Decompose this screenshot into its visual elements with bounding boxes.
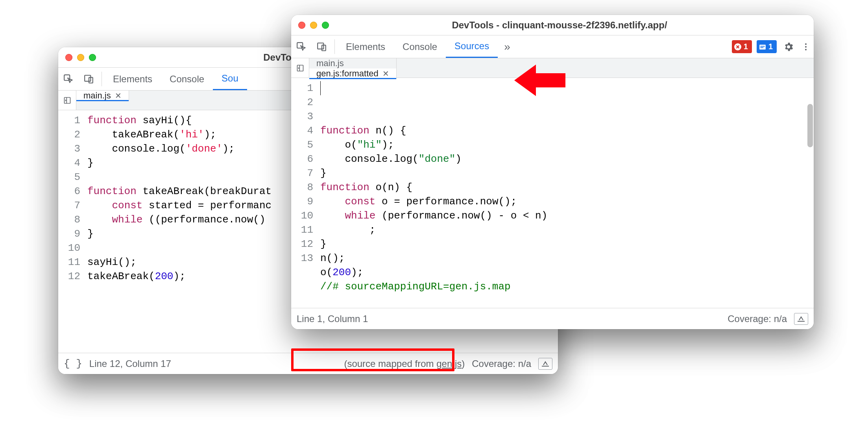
line-number[interactable]: 4	[58, 156, 80, 170]
source-mapped-label: (source mapped from gen.js)	[344, 358, 465, 369]
file-tab-label: main.js	[83, 91, 111, 101]
device-toggle-icon[interactable]	[312, 35, 332, 58]
inspect-icon[interactable]	[291, 35, 312, 58]
code-line[interactable]: console.log("done")	[320, 152, 814, 166]
devtools-window-right: DevTools - clinquant-mousse-2f2396.netli…	[291, 15, 814, 329]
file-tab-label: gen.js:formatted	[316, 69, 379, 79]
line-number[interactable]: 3	[58, 142, 80, 156]
source-mapped-link[interactable]: gen.js	[436, 358, 462, 369]
titlebar[interactable]: DevTools - clinquant-mousse-2f2396.netli…	[291, 15, 814, 35]
svg-rect-5	[542, 366, 549, 367]
panel-tab-elements[interactable]: Elements	[104, 68, 161, 90]
traffic-lights	[65, 54, 96, 61]
code-line[interactable]: ;	[320, 223, 814, 237]
file-tab-gen-js-formatted[interactable]: gen.js:formatted✕	[309, 69, 397, 79]
svg-point-14	[805, 46, 807, 48]
divider	[102, 72, 102, 86]
divider	[334, 39, 335, 54]
svg-rect-16	[297, 65, 303, 71]
code-line[interactable]: const o = performance.now();	[320, 194, 814, 209]
line-number[interactable]: 1	[291, 81, 313, 95]
panel-tab-sources[interactable]: Sou	[213, 68, 247, 90]
minimize-window-button[interactable]	[310, 22, 317, 29]
file-tab-main-js[interactable]: main.js✕	[76, 91, 129, 101]
line-number[interactable]: 11	[58, 255, 80, 269]
line-number[interactable]: 4	[291, 124, 313, 138]
line-number[interactable]: 11	[291, 223, 313, 237]
panel-tab-sources[interactable]: Sources	[446, 35, 498, 58]
code-line[interactable]: function o(n) {	[320, 180, 814, 194]
code-content[interactable]: function n() { o("hi"); console.log("don…	[319, 78, 814, 308]
line-number[interactable]: 10	[291, 209, 313, 223]
svg-point-13	[805, 43, 807, 45]
line-number[interactable]: 13	[291, 251, 313, 265]
text-caret	[320, 81, 321, 95]
panel-toolbar: Elements Console Sources » 1 1	[291, 35, 814, 58]
line-number[interactable]: 6	[291, 152, 313, 166]
line-number[interactable]: 5	[291, 138, 313, 152]
inspect-icon[interactable]	[58, 68, 79, 90]
issue-count-badge[interactable]: 1	[757, 40, 777, 53]
code-line[interactable]: }	[320, 166, 814, 180]
file-tab-strip: main.jsgen.js:formatted✕	[291, 58, 814, 78]
close-tab-icon[interactable]: ✕	[382, 69, 389, 78]
device-toggle-icon[interactable]	[79, 68, 99, 90]
code-line[interactable]: while (performance.now() - o < n)	[320, 209, 814, 223]
issue-count-value: 1	[768, 42, 773, 51]
file-tab-main-js[interactable]: main.js	[309, 58, 397, 69]
code-line[interactable]: n();	[320, 251, 814, 265]
svg-point-15	[805, 49, 807, 50]
line-number[interactable]: 8	[58, 213, 80, 227]
panel-tab-console[interactable]: Console	[161, 68, 213, 90]
code-line[interactable]: //# sourceMappingURL=gen.js.map	[320, 280, 814, 294]
line-number[interactable]: 10	[58, 241, 80, 255]
scrollbar-thumb[interactable]	[807, 104, 813, 147]
line-number[interactable]: 6	[58, 184, 80, 198]
svg-rect-11	[760, 46, 765, 46]
zoom-window-button[interactable]	[89, 54, 96, 61]
code-line[interactable]: o("hi");	[320, 138, 814, 152]
line-number[interactable]: 8	[291, 180, 313, 194]
line-number[interactable]: 3	[291, 109, 313, 124]
navigator-toggle-icon[interactable]	[58, 91, 76, 110]
line-number[interactable]: 12	[291, 237, 313, 251]
more-panels-icon[interactable]: »	[498, 35, 517, 58]
panel-tab-console[interactable]: Console	[394, 35, 446, 58]
zoom-window-button[interactable]	[322, 22, 329, 29]
line-number[interactable]: 2	[291, 95, 313, 109]
code-view[interactable]: 12345678910111213 function n() { o("hi")…	[291, 78, 814, 308]
cursor-position: Line 1, Column 1	[297, 313, 368, 324]
line-number[interactable]: 7	[291, 166, 313, 180]
line-number[interactable]: 7	[58, 198, 80, 213]
svg-rect-10	[759, 44, 766, 49]
line-number[interactable]: 9	[58, 227, 80, 241]
navigator-toggle-icon[interactable]	[291, 58, 309, 78]
pretty-print-toggle[interactable]	[794, 313, 808, 325]
svg-rect-18	[798, 321, 805, 322]
panel-tab-elements[interactable]: Elements	[337, 35, 394, 58]
svg-rect-7	[318, 43, 323, 49]
close-tab-icon[interactable]: ✕	[115, 91, 122, 100]
cursor-position: Line 12, Column 17	[89, 358, 171, 369]
line-gutter: 12345678910111213	[291, 78, 319, 308]
code-line[interactable]: function n() {	[320, 124, 814, 138]
close-window-button[interactable]	[298, 22, 305, 29]
pretty-print-toggle[interactable]	[538, 358, 552, 370]
settings-icon[interactable]	[779, 35, 798, 58]
code-line[interactable]: }	[320, 237, 814, 251]
line-number[interactable]: 2	[58, 128, 80, 142]
kebab-menu-icon[interactable]	[798, 35, 814, 58]
svg-rect-1	[85, 75, 90, 81]
code-line[interactable]: o(200);	[320, 265, 814, 280]
code-line[interactable]	[320, 294, 814, 308]
line-number[interactable]: 5	[58, 170, 80, 184]
close-window-button[interactable]	[65, 54, 72, 61]
line-number[interactable]: 1	[58, 113, 80, 128]
format-icon[interactable]: { }	[64, 358, 82, 370]
file-tab-label: main.js	[316, 58, 344, 69]
error-count-badge[interactable]: 1	[732, 40, 752, 53]
line-number[interactable]: 9	[291, 194, 313, 209]
traffic-lights	[298, 22, 329, 29]
minimize-window-button[interactable]	[77, 54, 84, 61]
line-number[interactable]: 12	[58, 269, 80, 283]
